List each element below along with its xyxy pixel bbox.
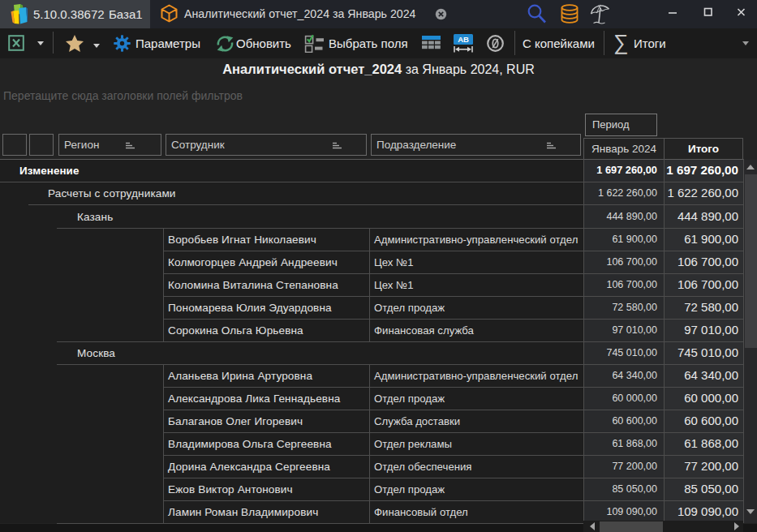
svg-text:AB: AB xyxy=(458,35,469,44)
